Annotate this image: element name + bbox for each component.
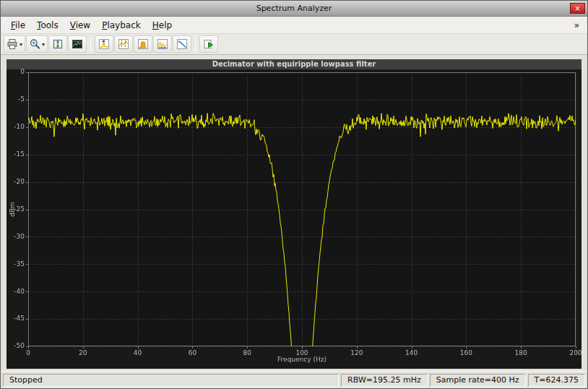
toolbar: ▾ ▾: [1, 34, 587, 55]
titlebar[interactable]: Spectrum Analyzer ×: [1, 1, 587, 17]
menubar: File Tools View Playback Help »: [1, 17, 587, 34]
spectrum-settings-icon: [72, 38, 83, 50]
menu-file[interactable]: File: [5, 18, 31, 33]
printer-icon: [7, 38, 18, 50]
channel-measurements-icon: [137, 38, 149, 50]
menu-view[interactable]: View: [64, 18, 96, 33]
spectrum-canvas[interactable]: [7, 59, 581, 369]
zoom-button[interactable]: ▾: [26, 35, 48, 53]
span-axes-button[interactable]: [48, 35, 67, 53]
status-state: Stopped: [3, 374, 339, 387]
menu-tools[interactable]: Tools: [31, 18, 64, 33]
distortion-measurements-button[interactable]: [153, 35, 172, 53]
statusbar: Stopped RBW=195.25 mHz Sample rate=400 H…: [1, 371, 587, 388]
cursor-measurements-button[interactable]: [114, 35, 133, 53]
spectrum-settings-button[interactable]: [68, 35, 87, 53]
window-title: Spectrum Analyzer: [1, 4, 587, 13]
chevron-down-icon: ▾: [42, 41, 45, 48]
toolbar-separator: [195, 37, 196, 51]
peak-finder-button[interactable]: [95, 35, 113, 53]
channel-measurements-button[interactable]: [134, 35, 152, 53]
ccdf-measurements-icon: [176, 38, 188, 50]
toolbar-separator: [90, 37, 91, 51]
plot-area: [1, 55, 587, 371]
status-sample-rate: Sample rate=400 Hz: [430, 374, 526, 387]
status-time: T=624.375: [528, 374, 585, 387]
menu-overflow-icon[interactable]: »: [571, 20, 583, 30]
step-forward-icon: [203, 38, 215, 50]
span-axes-icon: [52, 38, 64, 50]
print-button[interactable]: ▾: [4, 35, 25, 53]
ccdf-measurements-button[interactable]: [173, 35, 191, 53]
step-forward-button[interactable]: [199, 35, 218, 53]
menu-help[interactable]: Help: [147, 18, 178, 33]
spectrum-analyzer-window: Spectrum Analyzer × File Tools View Play…: [0, 0, 588, 389]
zoom-in-icon: [29, 38, 40, 50]
menu-playback[interactable]: Playback: [96, 18, 147, 33]
close-icon[interactable]: ×: [570, 3, 585, 14]
status-rbw: RBW=195.25 mHz: [341, 374, 428, 387]
cursor-measurements-icon: [118, 38, 129, 50]
distortion-measurements-icon: [157, 38, 168, 50]
peak-finder-icon: [98, 38, 110, 50]
chevron-down-icon: ▾: [20, 41, 22, 48]
